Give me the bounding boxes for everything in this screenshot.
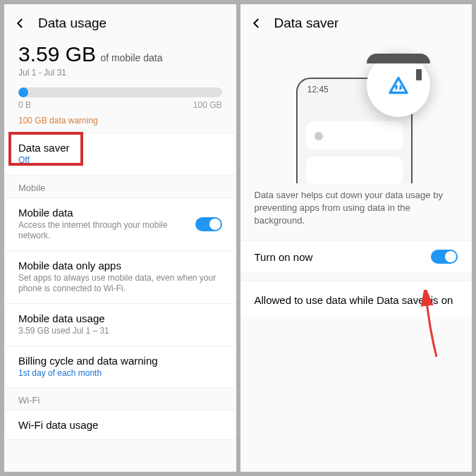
wifi-usage-title: Wi-Fi data usage — [18, 419, 222, 431]
turn-on-label: Turn on now — [255, 251, 458, 263]
wifi-data-usage-item[interactable]: Wi-Fi data usage — [4, 410, 236, 440]
section-header-wifi: Wi-Fi — [4, 388, 236, 410]
mobile-data-usage-item[interactable]: Mobile data usage 3.59 GB used Jul 1 – 3… — [4, 304, 236, 346]
back-icon[interactable] — [14, 17, 27, 30]
usage-date-range: Jul 1 - Jul 31 — [18, 68, 222, 78]
usage-progress-fill — [18, 87, 28, 97]
allowed-apps-item[interactable]: Allowed to use data while Data saver is … — [240, 281, 472, 319]
mobile-only-title: Mobile data only apps — [18, 260, 222, 271]
progress-labels: 0 B 100 GB — [4, 100, 236, 110]
data-usage-screen: Data usage 3.59 GB of mobile data Jul 1 … — [4, 4, 236, 472]
usage-amount: 3.59 GB — [18, 42, 96, 66]
header: Data saver — [240, 4, 472, 39]
section-header-mobile: Mobile — [4, 176, 236, 197]
header: Data usage — [4, 4, 236, 39]
data-saver-description: Data saver helps cut down your data usag… — [240, 183, 472, 240]
mobile-data-item[interactable]: Mobile data Access the internet through … — [4, 197, 236, 251]
usage-item-title: Mobile data usage — [18, 312, 222, 324]
magnifier-circle — [367, 54, 430, 117]
data-saver-status: Off — [18, 155, 222, 166]
billing-sub: 1st day of each month — [18, 368, 222, 379]
usage-progress-bar — [18, 87, 222, 97]
billing-cycle-item[interactable]: Billing cycle and data warning 1st day o… — [4, 346, 236, 389]
mobile-data-sub: Access the internet through your mobile … — [18, 220, 222, 242]
usage-unit: of mobile data — [101, 52, 163, 63]
back-icon[interactable] — [250, 17, 263, 30]
data-saver-title: Data saver — [18, 142, 222, 154]
magnifier-bezel — [367, 54, 430, 63]
allowed-label: Allowed to use data while Data saver is … — [255, 294, 458, 306]
phone-time-label: 12:45 — [307, 85, 329, 94]
data-saver-illustration: 12:45 — [275, 49, 437, 176]
mobile-data-toggle[interactable] — [195, 217, 222, 231]
phone-card — [306, 157, 403, 183]
progress-max: 100 GB — [193, 100, 222, 110]
mobile-data-title: Mobile data — [18, 207, 222, 219]
progress-min: 0 B — [18, 100, 31, 110]
phone-card — [306, 121, 403, 149]
page-title: Data usage — [38, 16, 106, 31]
turn-on-now-item[interactable]: Turn on now — [240, 240, 472, 274]
data-saver-item[interactable]: Data saver Off — [4, 133, 236, 176]
billing-title: Billing cycle and data warning — [18, 355, 222, 367]
data-saver-screen: Data saver 12:45 Data saver helps cut do… — [240, 4, 472, 472]
usage-summary: 3.59 GB of mobile data Jul 1 - Jul 31 — [4, 39, 236, 78]
data-warning-text: 100 GB data warning — [4, 110, 236, 133]
mobile-only-sub: Set apps to always use mobile data, even… — [18, 273, 222, 295]
turn-on-toggle[interactable] — [431, 250, 458, 264]
mobile-only-apps-item[interactable]: Mobile data only apps Set apps to always… — [4, 251, 236, 304]
battery-icon — [416, 69, 422, 80]
page-title: Data saver — [274, 16, 339, 31]
usage-item-sub: 3.59 GB used Jul 1 – 31 — [18, 326, 222, 337]
data-saver-icon — [386, 75, 411, 100]
